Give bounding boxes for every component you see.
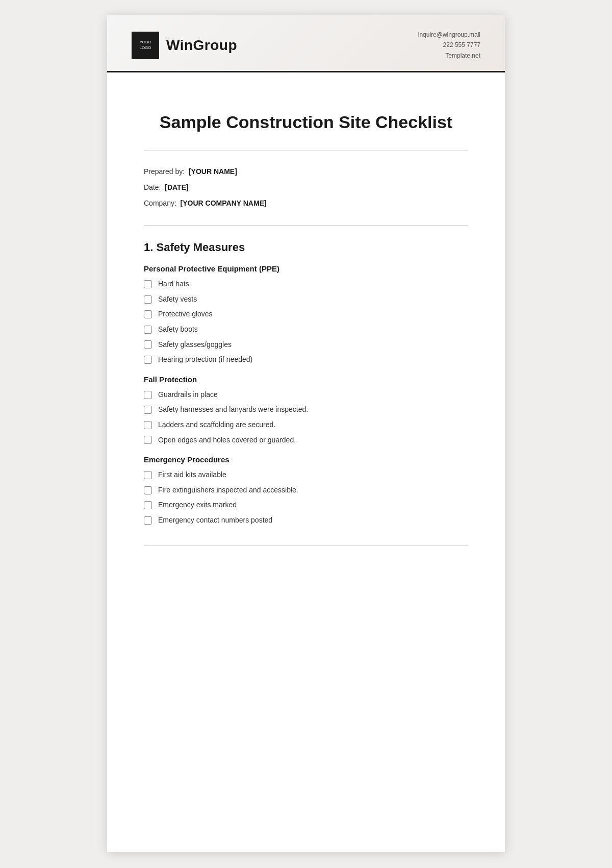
date-label: Date: — [144, 183, 161, 191]
logo-box: YOUR LOGO — [132, 32, 159, 59]
item-label: Protective gloves — [158, 309, 213, 319]
checkbox[interactable] — [144, 486, 152, 494]
item-label: Emergency contact numbers posted — [158, 515, 272, 526]
list-item: Protective gloves — [144, 309, 468, 319]
checkbox[interactable] — [144, 516, 152, 525]
list-item: Guardrails in place — [144, 390, 468, 400]
checkbox[interactable] — [144, 326, 152, 334]
item-label: Hard hats — [158, 279, 189, 289]
logo-line2: LOGO — [139, 45, 151, 51]
list-item: Safety glasses/goggles — [144, 340, 468, 350]
item-label: Open edges and holes covered or guarded. — [158, 435, 296, 445]
header: YOUR LOGO WinGroup inquire@wingroup.mail… — [107, 15, 505, 71]
item-label: First aid kits available — [158, 470, 226, 480]
list-item: Safety vests — [144, 294, 468, 305]
subsection-fall-title: Fall Protection — [144, 375, 468, 384]
title-divider — [144, 151, 468, 151]
document-title: Sample Construction Site Checklist — [144, 112, 468, 132]
item-label: Hearing protection (if needed) — [158, 355, 252, 365]
contact-phone: 222 555 7777 — [418, 40, 480, 50]
section-safety: 1. Safety Measures Personal Protective E… — [144, 241, 468, 525]
contact-email: inquire@wingroup.mail — [418, 30, 480, 40]
date-value: [DATE] — [165, 183, 188, 191]
meta-divider — [144, 225, 468, 226]
checkbox[interactable] — [144, 436, 152, 444]
prepared-by-label: Prepared by: — [144, 167, 185, 176]
item-label: Guardrails in place — [158, 390, 218, 400]
checkbox[interactable] — [144, 501, 152, 509]
checklist-emergency: First aid kits available Fire extinguish… — [144, 470, 468, 525]
item-label: Safety vests — [158, 294, 197, 305]
prepared-by-value: [YOUR NAME] — [189, 167, 237, 176]
prepared-by-row: Prepared by: [YOUR NAME] — [144, 166, 468, 177]
list-item: First aid kits available — [144, 470, 468, 480]
item-label: Safety harnesses and lanyards were inspe… — [158, 405, 308, 415]
main-content: Sample Construction Site Checklist Prepa… — [107, 72, 505, 577]
company-row: Company: [YOUR COMPANY NAME] — [144, 198, 468, 209]
checkbox[interactable] — [144, 280, 152, 288]
checklist-fall: Guardrails in place Safety harnesses and… — [144, 390, 468, 445]
item-label: Safety boots — [158, 325, 198, 335]
company-name: WinGroup — [166, 37, 237, 54]
logo-line1: YOUR — [139, 40, 151, 45]
list-item: Hard hats — [144, 279, 468, 289]
list-item: Safety boots — [144, 325, 468, 335]
company-value: [YOUR COMPANY NAME] — [181, 199, 267, 207]
checklist-ppe: Hard hats Safety vests Protective gloves… — [144, 279, 468, 365]
list-item: Open edges and holes covered or guarded. — [144, 435, 468, 445]
item-label: Fire extinguishers inspected and accessi… — [158, 485, 298, 495]
list-item: Safety harnesses and lanyards were inspe… — [144, 405, 468, 415]
list-item: Hearing protection (if needed) — [144, 355, 468, 365]
company-label: Company: — [144, 199, 176, 207]
bottom-divider — [144, 545, 468, 546]
checkbox[interactable] — [144, 421, 152, 429]
item-label: Ladders and scaffolding are secured. — [158, 420, 275, 430]
list-item: Ladders and scaffolding are secured. — [144, 420, 468, 430]
checkbox[interactable] — [144, 406, 152, 414]
item-label: Emergency exits marked — [158, 500, 237, 510]
header-left: YOUR LOGO WinGroup — [132, 32, 237, 59]
checkbox[interactable] — [144, 391, 152, 399]
checkbox[interactable] — [144, 295, 152, 304]
header-contact: inquire@wingroup.mail 222 555 7777 Templ… — [418, 30, 480, 61]
page: YOUR LOGO WinGroup inquire@wingroup.mail… — [107, 15, 505, 852]
list-item: Fire extinguishers inspected and accessi… — [144, 485, 468, 495]
checkbox[interactable] — [144, 340, 152, 349]
subsection-emergency-title: Emergency Procedures — [144, 455, 468, 464]
checkbox[interactable] — [144, 471, 152, 479]
item-label: Safety glasses/goggles — [158, 340, 232, 350]
checkbox[interactable] — [144, 310, 152, 318]
contact-website: Template.net — [418, 51, 480, 61]
date-row: Date: [DATE] — [144, 182, 468, 193]
section-title-safety: 1. Safety Measures — [144, 241, 468, 254]
list-item: Emergency exits marked — [144, 500, 468, 510]
subsection-ppe-title: Personal Protective Equipment (PPE) — [144, 264, 468, 273]
meta-section: Prepared by: [YOUR NAME] Date: [DATE] Co… — [144, 166, 468, 209]
list-item: Emergency contact numbers posted — [144, 515, 468, 526]
checkbox[interactable] — [144, 356, 152, 364]
